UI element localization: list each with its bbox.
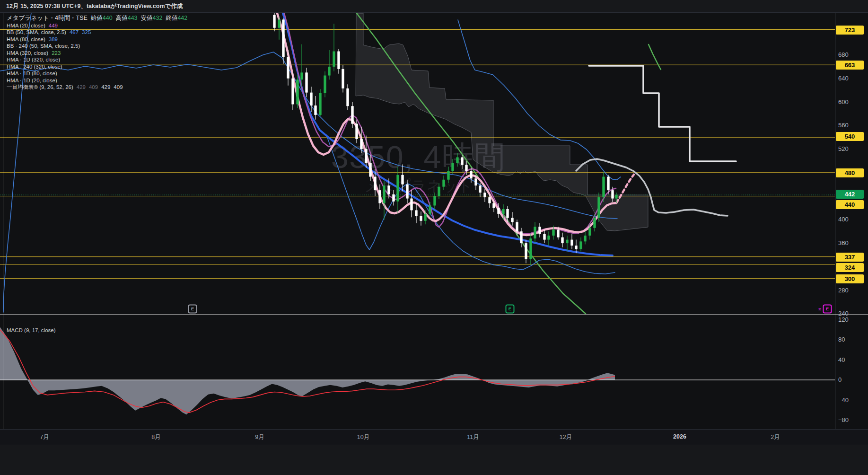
macd-legend-label[interactable]: MACD (9, 17, close) [7,327,56,333]
legend-row-8[interactable]: HMA · 1D (20, close) [7,77,187,84]
current-price-badge: 442 [836,190,864,199]
legend-row-7[interactable]: HMA · 1D (80, close) [7,70,187,77]
ohlc-value: 440 [103,15,113,21]
candle-body [506,209,509,218]
candle-body [296,79,298,104]
price-level-badge-300: 300 [836,274,864,283]
legend-row-label: HMA · 1D (20, close) [7,78,57,83]
candle-body [479,185,481,193]
candle-body [470,171,472,178]
legend-row-1[interactable]: BB (50, SMA, close, 2.5)467325 [7,29,187,36]
macd-tick-0: 0 [838,376,865,384]
candle-body [566,240,568,243]
price-level-badge-324: 324 [836,263,864,272]
legend-row-3[interactable]: BB · 240 (50, SMA, close, 2.5) [7,43,187,50]
candle-body [291,79,294,105]
price-tick-280: 280 [838,286,865,295]
legend-row-value: 325 [82,29,91,35]
candle-body [383,185,385,203]
legend-row-label: HMA (80, close) [7,36,45,42]
candle-body [324,76,326,93]
candle-body [392,194,395,202]
line-hma-1d-80-stepped [589,66,736,161]
candle-body [451,163,454,171]
candle-body [282,19,284,57]
candle-body [547,236,550,240]
candle-body [328,67,330,76]
candle-body [588,228,591,236]
time-tick-11月: 11月 [467,433,479,441]
time-tick-2月: 2月 [771,433,780,441]
candle-body [575,246,577,249]
candle-body [401,175,403,185]
earnings-marker-icon[interactable]: E [506,305,515,314]
ohlc-value: 442 [177,15,187,21]
candle-body [552,229,554,235]
candle-body [314,106,316,115]
candle-body [525,243,527,259]
time-tick-10月: 10月 [357,433,369,441]
candle-body [365,149,367,163]
candle-body [557,229,559,237]
candle-body [511,218,513,222]
time-tick-7月: 7月 [40,433,49,441]
macd-pane[interactable] [0,327,835,414]
legend-row-value: 467 [70,29,79,35]
candle-body [438,187,440,196]
legend-row-0[interactable]: HMA (20, close)449 [7,22,187,29]
candle-body [369,163,371,177]
price-tick-640: 640 [838,74,865,83]
candle-body [287,57,289,79]
candle-body [396,175,399,202]
time-tick-12月: 12月 [560,433,572,441]
legend-row-value: 429 [101,84,110,90]
candle-body [483,193,486,197]
time-tick-8月: 8月 [151,433,160,441]
legend-row-value: 449 [49,23,58,28]
earnings-marker-icon[interactable]: E≈ [823,305,832,314]
candle-body [374,177,376,191]
line-hma-240-purple [284,12,616,234]
symbol-title: メタプラネット・4時間・TSE [7,15,88,21]
legend-row-5[interactable]: HMA · 1D (320, close) [7,56,187,63]
indicator-legend[interactable]: メタプラネット・4時間・TSE始値440高値443安値432終値442 HMA … [7,15,187,91]
symbol-title-row[interactable]: メタプラネット・4時間・TSE始値440高値443安値432終値442 [7,15,187,22]
ohlc-label: 安値 [141,15,153,21]
price-tick-360: 360 [838,239,865,247]
price-level-badge-540: 540 [836,132,864,141]
legend-row-label: BB (50, SMA, close, 2.5) [7,29,66,35]
candle-body [433,196,436,206]
price-tick-520: 520 [838,145,865,153]
price-level-badge-337: 337 [836,253,864,262]
candle-body [429,205,431,213]
legend-row-label: HMA (20, close) [7,23,45,28]
candle-body [593,218,596,228]
legend-row-4[interactable]: HMA (320, close)223 [7,50,187,57]
candle-body [497,208,500,213]
time-axis[interactable] [0,429,868,445]
candle-body [561,238,563,243]
price-level-badge-723: 723 [836,26,864,35]
candle-body [492,203,495,208]
macd-histogram-area [0,327,615,414]
candle-body [378,190,381,203]
candle-body [310,93,312,106]
candle-body [570,240,573,246]
candle-body [442,180,445,187]
candle-body [337,52,340,69]
candle-body [465,165,467,171]
candle-body [273,15,275,27]
candle-body [502,209,504,214]
candle-body [387,185,390,194]
legend-row-9[interactable]: 一目均衡表® (9, 26, 52, 26)429409429409 [7,84,187,91]
candle-body [611,190,614,198]
candle-body [424,214,426,221]
legend-row-2[interactable]: HMA (80, close)389 [7,36,187,43]
legend-row-value: 223 [52,50,61,56]
tradingview-snapshot: 12月 15, 2025 07:38 UTC+9、takatabaがTradin… [0,0,868,475]
earnings-marker-icon[interactable]: E [188,305,197,314]
legend-row-6[interactable]: HMA · 240 (320, close) [7,63,187,70]
macd-tick-120: 120 [838,316,865,324]
candle-body [488,197,491,203]
price-tick-560: 560 [838,121,865,130]
